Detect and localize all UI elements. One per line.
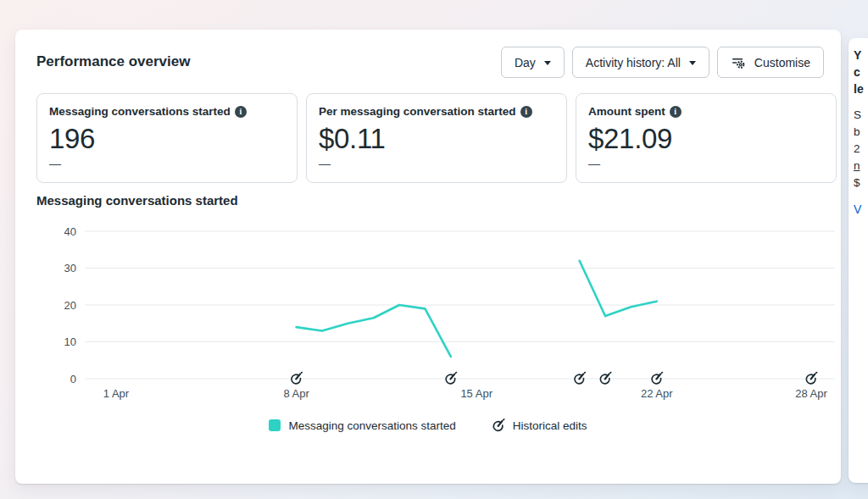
pencil-circle-icon	[492, 419, 505, 432]
historical-edit-marker[interactable]	[292, 372, 302, 384]
chevron-down-icon	[544, 61, 551, 65]
info-icon[interactable]: i	[520, 106, 532, 118]
line-chart[interactable]: 0102030401 Apr8 Apr15 Apr22 Apr28 Apr	[32, 219, 839, 409]
metric-value: 196	[49, 124, 285, 154]
metric-delta: —	[319, 157, 554, 170]
historical-edit-marker[interactable]	[652, 372, 662, 384]
y-axis-tick: 0	[70, 373, 76, 385]
x-axis-tick: 8 Apr	[283, 387, 309, 400]
legend-swatch	[269, 419, 281, 431]
metric-label: Per messaging conversation started i	[319, 105, 554, 119]
metric-delta: —	[588, 157, 824, 170]
series-line	[297, 305, 451, 357]
side-panel-link[interactable]: V	[854, 202, 861, 216]
historical-edit-marker[interactable]	[600, 372, 610, 384]
legend-series: Messaging conversations started	[269, 419, 455, 432]
info-icon[interactable]: i	[235, 106, 247, 118]
metric-value: $0.11	[319, 124, 554, 154]
customise-button[interactable]: Customise	[717, 47, 824, 78]
historical-edit-marker[interactable]	[575, 372, 585, 384]
metric-card-amount-spent: Amount spent i $21.09 —	[576, 93, 837, 183]
activity-history-label: Activity history: All	[586, 56, 681, 69]
metric-card-messaging-conversations: Messaging conversations started i 196 —	[36, 93, 298, 183]
info-icon[interactable]: i	[670, 106, 682, 118]
side-panel-body: S b 2 n $	[854, 107, 868, 191]
series-line	[580, 261, 657, 316]
chevron-down-icon	[689, 61, 696, 65]
chart-legend: Messaging conversations started Historic…	[15, 419, 841, 432]
sliders-gear-icon	[731, 55, 746, 70]
metric-cards-row: Messaging conversations started i 196 — …	[36, 93, 837, 183]
activity-history-dropdown[interactable]: Activity history: All	[572, 47, 709, 78]
x-axis-tick: 28 Apr	[795, 387, 827, 400]
legend-edits-label: Historical edits	[513, 419, 587, 432]
performance-overview-card: Performance overview Day Activity histor…	[15, 30, 841, 484]
day-dropdown-label: Day	[515, 56, 536, 69]
customise-label: Customise	[754, 56, 810, 69]
y-axis-tick: 40	[64, 225, 76, 238]
metric-delta: —	[49, 157, 285, 170]
insight-side-panel: Y c le S b 2 n $ V	[849, 38, 868, 483]
x-axis-tick: 1 Apr	[103, 387, 130, 400]
y-axis-tick: 20	[64, 299, 76, 312]
header-controls: Day Activity history: All Customise	[501, 47, 824, 78]
card-header: Performance overview Day Activity histor…	[36, 47, 824, 78]
x-axis-tick: 22 Apr	[641, 387, 673, 400]
historical-edit-marker[interactable]	[806, 372, 816, 384]
metric-value: $21.09	[588, 124, 824, 154]
x-axis-tick: 15 Apr	[460, 387, 492, 400]
chart-title: Messaging conversations started	[36, 193, 238, 208]
legend-series-label: Messaging conversations started	[288, 419, 455, 432]
metric-label: Messaging conversations started i	[49, 105, 285, 119]
y-axis-tick: 30	[64, 262, 76, 274]
y-axis-tick: 10	[64, 335, 76, 348]
day-dropdown[interactable]: Day	[501, 47, 565, 78]
metric-card-cost-per-conversation: Per messaging conversation started i $0.…	[306, 93, 567, 183]
metric-label: Amount spent i	[588, 105, 824, 119]
historical-edit-marker[interactable]	[446, 372, 456, 384]
page-title: Performance overview	[36, 47, 190, 70]
side-panel-heading: Y c le	[854, 47, 868, 97]
legend-historical-edits: Historical edits	[492, 419, 587, 432]
